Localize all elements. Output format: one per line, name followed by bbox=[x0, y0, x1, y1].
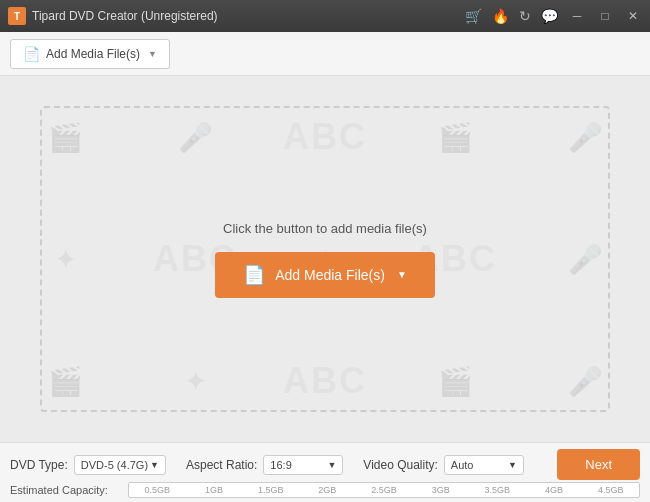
tick-2.5gb: 2.5GB bbox=[356, 485, 413, 495]
video-quality-dropdown-icon: ▼ bbox=[508, 460, 517, 470]
aspect-ratio-label: Aspect Ratio: bbox=[186, 458, 257, 472]
main-content-area: 🎬 🎤 ABC 🎬 🎤 ✦ ABC ✦ ABC 🎤 🎬 ✦ ABC 🎬 🎤 Cl… bbox=[0, 76, 650, 442]
video-quality-group: Video Quality: Auto ▼ bbox=[363, 455, 524, 475]
dvd-type-dropdown-icon: ▼ bbox=[150, 460, 159, 470]
tick-2gb: 2GB bbox=[299, 485, 356, 495]
video-quality-select[interactable]: Auto ▼ bbox=[444, 455, 524, 475]
tick-3gb: 3GB bbox=[412, 485, 469, 495]
center-content: Click the button to add media file(s) 📄 … bbox=[215, 221, 435, 298]
message-icon[interactable]: 💬 bbox=[541, 8, 558, 24]
cart-icon[interactable]: 🛒 bbox=[465, 8, 482, 24]
app-title: Tipard DVD Creator (Unregistered) bbox=[32, 9, 218, 23]
dvd-type-label: DVD Type: bbox=[10, 458, 68, 472]
tick-3.5gb: 3.5GB bbox=[469, 485, 526, 495]
close-button[interactable]: ✕ bbox=[624, 9, 642, 23]
video-quality-value: Auto bbox=[451, 459, 474, 471]
next-button[interactable]: Next bbox=[557, 449, 640, 480]
add-media-center-icon: 📄 bbox=[243, 264, 265, 286]
aspect-ratio-dropdown-icon: ▼ bbox=[327, 460, 336, 470]
dropdown-arrow-icon: ▼ bbox=[148, 49, 157, 59]
estimated-capacity-label: Estimated Capacity: bbox=[10, 484, 120, 496]
tick-1gb: 1GB bbox=[186, 485, 243, 495]
minimize-button[interactable]: ─ bbox=[568, 9, 586, 23]
add-media-center-button[interactable]: 📄 Add Media File(s) ▼ bbox=[215, 252, 435, 298]
flame-icon[interactable]: 🔥 bbox=[492, 8, 509, 24]
tick-4.5gb: 4.5GB bbox=[582, 485, 639, 495]
tick-0.5gb: 0.5GB bbox=[129, 485, 186, 495]
add-media-center-label: Add Media File(s) bbox=[275, 267, 385, 283]
controls-section: DVD Type: DVD-5 (4.7G) ▼ Aspect Ratio: 1… bbox=[10, 455, 547, 475]
aspect-ratio-group: Aspect Ratio: 16:9 ▼ bbox=[186, 455, 343, 475]
add-media-center-dropdown-icon: ▼ bbox=[397, 269, 407, 280]
capacity-bar: 0.5GB 1GB 1.5GB 2GB 2.5GB 3GB 3.5GB 4GB … bbox=[128, 482, 640, 498]
dvd-type-value: DVD-5 (4.7G) bbox=[81, 459, 148, 471]
tick-4gb: 4GB bbox=[526, 485, 583, 495]
add-media-toolbar-button[interactable]: 📄 Add Media File(s) ▼ bbox=[10, 39, 170, 69]
refresh-icon[interactable]: ↻ bbox=[519, 8, 531, 24]
capacity-row: Estimated Capacity: 0.5GB 1GB 1.5GB 2GB … bbox=[10, 482, 640, 498]
app-icon: T bbox=[8, 7, 26, 25]
add-media-icon: 📄 bbox=[23, 46, 40, 62]
title-bar-controls: 🛒 🔥 ↻ 💬 ─ □ ✕ bbox=[465, 8, 642, 24]
tick-1.5gb: 1.5GB bbox=[242, 485, 299, 495]
aspect-ratio-value: 16:9 bbox=[270, 459, 291, 471]
video-quality-label: Video Quality: bbox=[363, 458, 438, 472]
aspect-ratio-select[interactable]: 16:9 ▼ bbox=[263, 455, 343, 475]
title-bar-left: T Tipard DVD Creator (Unregistered) bbox=[8, 7, 218, 25]
bottom-bar: DVD Type: DVD-5 (4.7G) ▼ Aspect Ratio: 1… bbox=[0, 442, 650, 502]
prompt-text: Click the button to add media file(s) bbox=[223, 221, 427, 236]
capacity-ticks: 0.5GB 1GB 1.5GB 2GB 2.5GB 3GB 3.5GB 4GB … bbox=[129, 483, 639, 497]
dvd-type-select[interactable]: DVD-5 (4.7G) ▼ bbox=[74, 455, 166, 475]
add-media-toolbar-label: Add Media File(s) bbox=[46, 47, 140, 61]
title-bar: T Tipard DVD Creator (Unregistered) 🛒 🔥 … bbox=[0, 0, 650, 32]
controls-row: DVD Type: DVD-5 (4.7G) ▼ Aspect Ratio: 1… bbox=[10, 449, 640, 480]
maximize-button[interactable]: □ bbox=[596, 9, 614, 23]
toolbar: 📄 Add Media File(s) ▼ bbox=[0, 32, 650, 76]
dvd-type-group: DVD Type: DVD-5 (4.7G) ▼ bbox=[10, 455, 166, 475]
